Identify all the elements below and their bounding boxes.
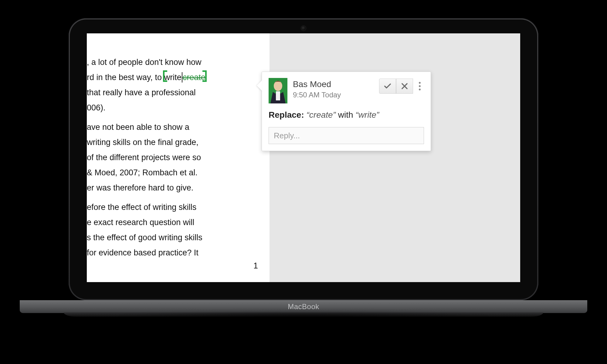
doc-line: er was therefore hard to give. bbox=[87, 180, 262, 195]
more-options-button[interactable] bbox=[415, 79, 424, 94]
doc-line: for evidence based practice? It bbox=[87, 245, 262, 260]
comments-panel: Bas Moed 9:50 AM Today bbox=[270, 33, 520, 282]
replace-label: Replace: bbox=[269, 110, 304, 120]
accept-suggestion-button[interactable] bbox=[379, 79, 396, 94]
suggestion-span[interactable]: writecreate bbox=[164, 70, 205, 85]
check-icon bbox=[383, 82, 392, 90]
replace-from: “create” bbox=[307, 110, 336, 120]
blank-line bbox=[87, 115, 262, 120]
avatar-image-icon bbox=[269, 78, 287, 103]
card-pointer-icon bbox=[257, 80, 262, 91]
doc-line: ave not been able to show a bbox=[87, 120, 262, 135]
laptop-base: MacBook bbox=[20, 300, 587, 317]
comment-body: Replace: “create” with “write” bbox=[269, 110, 424, 120]
suggestion-comment-card[interactable]: Bas Moed 9:50 AM Today bbox=[262, 72, 431, 151]
replace-to: “write” bbox=[355, 110, 379, 120]
avatar bbox=[269, 78, 287, 103]
doc-line: e exact research question will bbox=[87, 215, 262, 230]
comment-header: Bas Moed 9:50 AM Today bbox=[269, 78, 424, 103]
bracket-right-icon bbox=[202, 70, 207, 82]
dot-icon bbox=[419, 82, 421, 84]
replace-join: with bbox=[338, 110, 353, 120]
bracket-left-icon bbox=[163, 70, 167, 82]
text-cursor bbox=[182, 72, 182, 83]
page-number: 1 bbox=[253, 261, 258, 271]
comment-meta: Bas Moed 9:50 AM Today bbox=[293, 78, 374, 99]
doc-line: rd in the best way, to writecreate bbox=[87, 70, 262, 85]
laptop-shadow bbox=[36, 311, 571, 325]
comment-author: Bas Moed bbox=[293, 79, 374, 89]
doc-line: writing skills on the final grade, bbox=[87, 135, 262, 150]
device-label: MacBook bbox=[288, 302, 319, 311]
laptop-lid: , a lot of people don't know how rd in t… bbox=[69, 18, 538, 300]
doc-line: of the different projects were so bbox=[87, 150, 262, 165]
comment-timestamp: 9:50 AM Today bbox=[293, 91, 374, 99]
reject-suggestion-button[interactable] bbox=[396, 79, 413, 94]
suggestion-strike: create bbox=[183, 73, 205, 82]
screen-bezel: , a lot of people don't know how rd in t… bbox=[70, 19, 537, 299]
blank-line bbox=[87, 195, 262, 200]
doc-line: efore the effect of writing skills bbox=[87, 200, 262, 215]
reply-input[interactable] bbox=[269, 127, 424, 144]
doc-line: s the effect of good writing skills bbox=[87, 230, 262, 245]
webcam bbox=[301, 26, 306, 30]
screen: , a lot of people don't know how rd in t… bbox=[87, 33, 520, 282]
doc-line: & Moed, 2007; Rombach et al. bbox=[87, 165, 262, 180]
doc-line: , a lot of people don't know how bbox=[87, 55, 262, 70]
document-page: , a lot of people don't know how rd in t… bbox=[87, 33, 270, 282]
doc-line: that really have a professional bbox=[87, 85, 262, 100]
dot-icon bbox=[419, 85, 421, 87]
doc-line: 006). bbox=[87, 100, 262, 115]
close-icon bbox=[400, 82, 409, 90]
document-body: , a lot of people don't know how rd in t… bbox=[87, 33, 270, 260]
dot-icon bbox=[419, 89, 421, 90]
svg-point-1 bbox=[274, 81, 282, 91]
macbook-device: , a lot of people don't know how rd in t… bbox=[69, 18, 538, 317]
comment-actions bbox=[379, 79, 424, 94]
svg-rect-2 bbox=[276, 91, 280, 100]
